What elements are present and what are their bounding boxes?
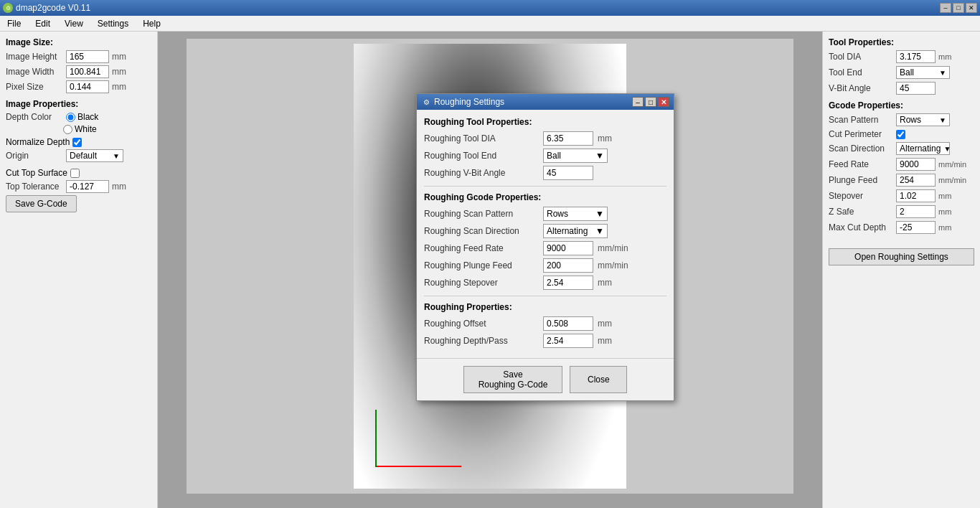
zsafe-label: Z Safe: [829, 207, 893, 217]
save-roughing-gcode-button[interactable]: Save Roughing G-Code: [463, 366, 563, 393]
tool-end-label: Tool End: [829, 67, 893, 77]
plunge-feed-input[interactable]: [896, 174, 936, 187]
save-roughing-line1: Save: [503, 370, 522, 380]
dialog-maximize-button[interactable]: □: [645, 97, 656, 107]
depth-color-white-label: White: [75, 124, 97, 134]
x-axis-line: [375, 466, 461, 467]
image-width-label: Image Width: [6, 67, 63, 77]
dialog-roughing-props-title: Roughing Properties:: [424, 302, 666, 312]
roughing-plunge-feed-input[interactable]: [543, 258, 593, 273]
roughing-scan-pattern-label: Roughing Scan Pattern: [424, 209, 539, 219]
left-panel: Image Size: Image Height mm Image Width …: [0, 32, 158, 508]
scan-direction-label: Scan Direction: [829, 144, 893, 154]
origin-arrow-icon: ▼: [113, 152, 120, 160]
roughing-feed-rate-input[interactable]: [543, 241, 593, 255]
pixel-size-input[interactable]: [66, 80, 109, 93]
roughing-feed-rate-unit: mm/min: [598, 243, 628, 253]
depth-color-white-radio[interactable]: [63, 125, 72, 134]
roughing-offset-label: Roughing Offset: [424, 319, 539, 329]
menu-settings[interactable]: Settings: [93, 17, 133, 30]
roughing-offset-input[interactable]: [543, 316, 593, 331]
pixel-size-label: Pixel Size: [6, 82, 63, 92]
roughing-depth-pass-label: Roughing Depth/Pass: [424, 336, 539, 346]
menu-file[interactable]: File: [3, 17, 25, 30]
maximize-button[interactable]: □: [953, 3, 964, 13]
save-gcode-button[interactable]: Save G-Code: [6, 195, 77, 212]
roughing-vbit-angle-input[interactable]: [543, 166, 593, 180]
roughing-stepover-label: Roughing Stepover: [424, 278, 539, 288]
feed-rate-unit: mm/min: [938, 160, 966, 169]
max-cut-depth-label: Max Cut Depth: [829, 222, 893, 232]
menu-bar: File Edit View Settings Help: [0, 16, 980, 32]
scan-direction-value: Alternating: [900, 144, 941, 154]
image-properties-title: Image Properties:: [6, 99, 151, 109]
normalize-depth-label: Normalize Depth: [6, 137, 70, 147]
top-tolerance-unit: mm: [112, 182, 126, 192]
menu-view[interactable]: View: [60, 17, 88, 30]
dialog-close-button[interactable]: ✕: [658, 97, 669, 107]
cut-top-surface-label: Cut Top Surface: [6, 168, 67, 178]
roughing-offset-unit: mm: [598, 319, 612, 329]
roughing-scan-direction-dropdown[interactable]: Alternating ▼: [543, 224, 608, 238]
max-cut-depth-input[interactable]: [896, 221, 936, 234]
image-width-input[interactable]: [66, 65, 109, 78]
roughing-scan-direction-arrow-icon: ▼: [595, 226, 604, 236]
tool-properties-title: Tool Properties:: [829, 37, 974, 47]
pixel-size-unit: mm: [112, 82, 126, 92]
tool-end-value: Ball: [900, 67, 914, 77]
vbit-angle-input[interactable]: [896, 82, 936, 95]
roughing-scan-direction-value: Alternating: [547, 226, 588, 236]
dialog-tool-props-title: Roughing Tool Properties:: [424, 117, 666, 127]
roughing-vbit-angle-label: Roughing V-Bit Angle: [424, 168, 539, 178]
roughing-feed-rate-label: Roughing Feed Rate: [424, 243, 539, 253]
image-size-title: Image Size:: [6, 37, 151, 47]
cut-perimeter-checkbox[interactable]: [896, 130, 905, 139]
depth-color-label: Depth Color: [6, 112, 63, 122]
title-bar: ⚙ dmap2gcode V0.11 – □ ✕: [0, 0, 980, 16]
roughing-tool-dia-input[interactable]: [543, 131, 593, 146]
image-height-label: Image Height: [6, 52, 63, 62]
cut-perimeter-label: Cut Perimeter: [829, 129, 893, 139]
origin-value: Default: [70, 151, 97, 161]
minimize-button[interactable]: –: [940, 3, 951, 13]
roughing-depth-pass-input[interactable]: [543, 334, 593, 348]
roughing-scan-pattern-dropdown[interactable]: Rows ▼: [543, 207, 608, 221]
image-width-unit: mm: [112, 67, 126, 77]
image-height-unit: mm: [112, 52, 126, 62]
close-button[interactable]: ✕: [966, 3, 977, 13]
top-tolerance-input[interactable]: [66, 180, 109, 193]
app-icon: ⚙: [3, 3, 13, 13]
depth-color-black-radio[interactable]: [66, 113, 75, 122]
menu-help[interactable]: Help: [138, 17, 165, 30]
roughing-tool-end-arrow-icon: ▼: [595, 151, 604, 161]
zsafe-unit: mm: [938, 207, 951, 216]
roughing-plunge-feed-unit: mm/min: [598, 260, 628, 271]
roughing-stepover-input[interactable]: [543, 276, 593, 290]
normalize-depth-checkbox[interactable]: [72, 138, 82, 147]
scan-pattern-label: Scan Pattern: [829, 115, 893, 125]
scan-pattern-dropdown[interactable]: Rows ▼: [896, 113, 950, 126]
app-title: dmap2gcode V0.11: [16, 3, 90, 13]
roughing-tool-dia-unit: mm: [598, 133, 612, 144]
roughing-tool-dia-label: Roughing Tool DIA: [424, 133, 539, 144]
top-tolerance-label: Top Tolerance: [6, 182, 63, 192]
origin-dropdown[interactable]: Default ▼: [66, 149, 123, 162]
roughing-scan-pattern-arrow-icon: ▼: [595, 209, 604, 219]
dialog-minimize-button[interactable]: –: [632, 97, 644, 107]
feed-rate-input[interactable]: [896, 158, 936, 171]
scan-direction-dropdown[interactable]: Alternating ▼: [896, 142, 950, 155]
open-roughing-settings-button[interactable]: Open Roughing Settings: [829, 248, 974, 265]
stepover-input[interactable]: [896, 189, 936, 202]
origin-label: Origin: [6, 151, 63, 161]
stepover-label: Stepover: [829, 191, 893, 201]
close-dialog-button[interactable]: Close: [570, 366, 627, 393]
zsafe-input[interactable]: [896, 205, 936, 218]
dialog-gcode-props-title: Roughing Gcode Properties:: [424, 192, 666, 202]
roughing-tool-end-dropdown[interactable]: Ball ▼: [543, 149, 608, 163]
menu-edit[interactable]: Edit: [31, 17, 55, 30]
feed-rate-label: Feed Rate: [829, 159, 893, 169]
tool-end-dropdown[interactable]: Ball ▼: [896, 66, 950, 79]
cut-top-surface-checkbox[interactable]: [70, 169, 80, 178]
tool-dia-input[interactable]: [896, 50, 936, 63]
image-height-input[interactable]: [66, 50, 109, 63]
